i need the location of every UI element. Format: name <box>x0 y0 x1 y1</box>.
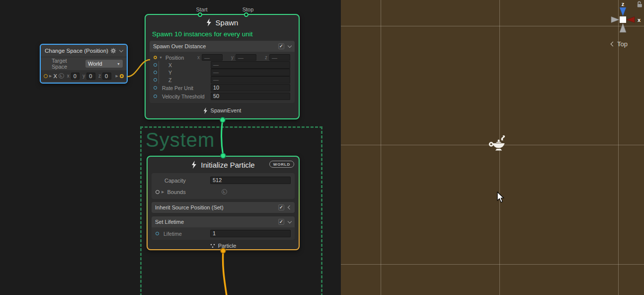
lightning-icon <box>203 107 208 114</box>
position-row: ▼ Position x— y— z— <box>150 54 295 61</box>
vfx-lamp-gizmo-icon[interactable] <box>488 134 510 154</box>
block-title: Spawn Over Distance <box>153 43 278 49</box>
gear-icon[interactable] <box>110 48 116 54</box>
target-space-label: Target Space <box>52 58 81 70</box>
chevron-left-icon[interactable] <box>288 205 292 209</box>
row-label: Velocity Threshold <box>162 94 205 99</box>
spawn-event-output-label: SpawnEvent <box>211 107 242 113</box>
row-label: X <box>168 62 172 68</box>
axis-y-field[interactable]: 0 <box>86 73 95 80</box>
position-input-port[interactable] <box>44 74 48 78</box>
expand-triangle-icon[interactable]: ▶ <box>161 190 164 194</box>
grid-line <box>381 0 381 295</box>
initialize-particle-node[interactable]: Initialize Particle WORLD Capacity 512 ▶… <box>147 156 300 250</box>
local-space-toggle[interactable]: L <box>59 73 64 79</box>
axis-x-field[interactable]: 0 <box>71 73 80 80</box>
vfx-graph-canvas[interactable]: System Change Space (Position) <box>0 0 341 295</box>
lock-icon[interactable] <box>638 1 642 7</box>
target-space-value: World <box>88 61 117 67</box>
z-port[interactable] <box>154 78 157 82</box>
lifetime-port[interactable] <box>156 232 159 235</box>
bounds-row: ▶ Bounds L <box>152 186 295 197</box>
change-space-node[interactable]: Change Space (Position) Target Space Wor… <box>40 44 128 84</box>
world-space-badge[interactable]: WORLD <box>269 161 294 168</box>
x-field[interactable]: — <box>202 54 223 61</box>
expand-triangle-icon[interactable]: ▶ <box>49 74 52 78</box>
row-field[interactable]: — <box>211 61 290 69</box>
row-label: Z <box>168 77 171 83</box>
particle-output-label: Particle <box>218 243 237 249</box>
bounds-port[interactable] <box>156 190 160 194</box>
check-icon: ✓ <box>279 205 283 210</box>
block-enabled-checkbox[interactable]: ✓ <box>278 204 284 210</box>
spawn-over-distance-block[interactable]: Spawn Over Distance ✓ ▼ Position x— y— z… <box>150 41 295 103</box>
rate-port[interactable] <box>154 86 157 90</box>
start-flow-port[interactable] <box>198 12 202 17</box>
x-label: x <box>197 55 200 60</box>
x-axis-cone[interactable] <box>627 17 635 23</box>
chevron-down-icon[interactable] <box>288 43 292 47</box>
spawn-subtitle: Spawn 10 instances for every unit <box>146 30 299 41</box>
gizmo-center-cube[interactable] <box>620 16 626 23</box>
set-lifetime-block[interactable]: Set Lifetime ✓ Lifetime 1 <box>152 216 295 240</box>
expand-triangle-icon[interactable]: ▼ <box>159 56 162 59</box>
local-space-toggle[interactable]: L <box>222 189 227 195</box>
stop-flow-port[interactable] <box>244 12 248 17</box>
start-port-label: Start <box>196 6 207 12</box>
spawn-context-node[interactable]: Start Stop Spawn Spawn 10 instances for … <box>145 14 300 119</box>
grid-line <box>341 26 644 26</box>
neg-z-axis-cone[interactable] <box>620 23 626 32</box>
block-title: Inherit Source Position (Set) <box>155 204 278 210</box>
block-enabled-checkbox[interactable]: ✓ <box>278 219 284 225</box>
axis-z-field[interactable]: 0 <box>102 73 111 80</box>
block-title: Set Lifetime <box>155 219 278 225</box>
chevron-left-icon <box>611 42 616 47</box>
sub-row-y: Y — <box>150 69 295 76</box>
vfx-editor-window: System Change Space (Position) <box>0 0 644 295</box>
row-field[interactable]: — <box>211 69 290 76</box>
axis-x-label: x <box>67 73 70 79</box>
x-port[interactable] <box>154 63 157 67</box>
system-group-label: System <box>142 128 321 151</box>
velocity-port[interactable] <box>154 95 157 98</box>
mouse-cursor <box>497 192 505 203</box>
target-space-dropdown[interactable]: World ▼ <box>85 60 123 68</box>
particle-icon <box>210 244 215 248</box>
check-icon: ✓ <box>279 219 283 224</box>
view-label: Top <box>617 40 628 48</box>
scene-view[interactable]: z x Top <box>341 0 644 295</box>
position-output-port[interactable] <box>120 74 124 78</box>
capacity-field[interactable]: 512 <box>210 177 291 184</box>
orientation-gizmo[interactable]: z x <box>604 0 644 36</box>
z-axis-cone[interactable] <box>620 7 626 16</box>
y-port[interactable] <box>154 71 157 74</box>
lightning-icon <box>191 161 197 169</box>
position-port[interactable] <box>154 56 157 59</box>
capacity-row: Capacity 512 <box>152 175 295 186</box>
collapse-chevron-icon[interactable] <box>119 48 123 52</box>
block-enabled-checkbox[interactable]: ✓ <box>278 43 284 49</box>
y-label: y <box>231 55 234 60</box>
y-field[interactable]: — <box>236 54 256 61</box>
x-io-label: X <box>53 73 57 79</box>
row-field[interactable]: — <box>211 76 290 84</box>
rate-field[interactable]: 10 <box>211 84 290 92</box>
lifetime-field[interactable]: 1 <box>210 230 291 237</box>
inherit-source-position-block[interactable]: Inherit Source Position (Set) ✓ <box>152 202 295 213</box>
axis-z-label: z <box>98 73 101 79</box>
output-triangle-icon: ▶ <box>116 74 118 78</box>
dropdown-arrow-icon: ▼ <box>117 62 120 66</box>
sub-row-z: Z — <box>150 76 295 84</box>
sub-row-x: X — <box>150 61 295 69</box>
initialize-settings: Capacity 512 ▶ Bounds L <box>152 173 295 199</box>
neg-x-axis-cone[interactable] <box>611 17 619 23</box>
z-label: z <box>265 55 267 60</box>
axis-z-label: z <box>622 1 625 7</box>
capacity-label: Capacity <box>164 178 186 184</box>
grid-line <box>341 264 644 265</box>
lifetime-row: Lifetime 1 <box>152 227 295 240</box>
chevron-down-icon[interactable] <box>288 219 292 223</box>
z-field[interactable]: — <box>269 54 290 61</box>
velocity-field[interactable]: 50 <box>211 93 290 100</box>
view-orientation-button[interactable]: Top <box>611 40 628 48</box>
